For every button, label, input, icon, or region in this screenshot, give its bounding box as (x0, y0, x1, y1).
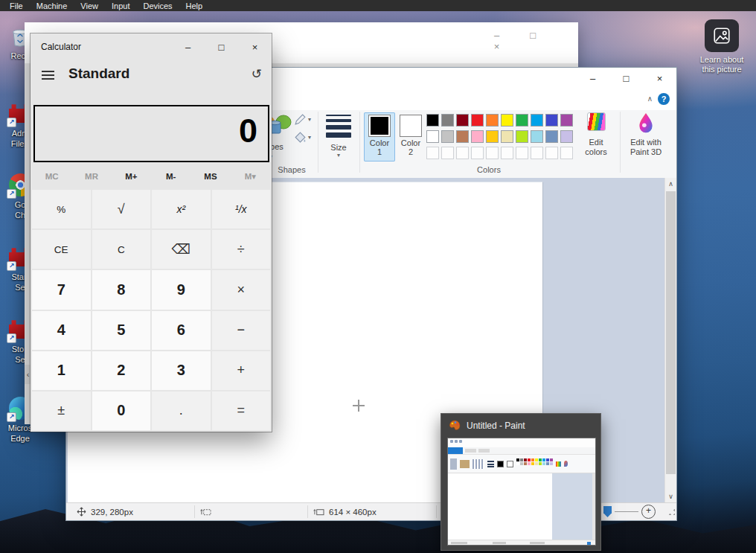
calc-button[interactable]: − (212, 311, 271, 350)
palette-swatch[interactable] (531, 147, 543, 159)
calc-button[interactable]: 1 (32, 351, 91, 390)
memory-button[interactable]: M▾ (231, 166, 270, 187)
taskbar-preview-popup[interactable]: Untitled - Paint (441, 413, 601, 551)
palette-swatch[interactable] (531, 114, 543, 127)
calc-button[interactable]: 5 (92, 311, 151, 350)
calc-button[interactable]: 9 (152, 270, 211, 309)
minimize-button[interactable]: – (171, 33, 205, 61)
calc-button[interactable]: 2 (92, 351, 151, 390)
scroll-down-icon[interactable]: ∨ (665, 490, 676, 503)
calc-button[interactable]: 3 (152, 351, 211, 390)
calc-button[interactable]: CE (32, 230, 91, 269)
scrollbar-thumb[interactable] (666, 191, 676, 474)
palette-swatch[interactable] (426, 147, 439, 159)
palette-swatch[interactable] (486, 147, 499, 159)
minimize-button[interactable]: – (480, 30, 513, 41)
palette-swatch[interactable] (426, 114, 439, 127)
collapse-ribbon-icon[interactable]: ∧ (647, 95, 653, 103)
maximize-button[interactable]: □ (516, 30, 550, 41)
edit-with-paint3d-button[interactable]: Edit withPaint 3D (623, 112, 669, 157)
calc-button[interactable]: . (152, 391, 211, 430)
close-button[interactable]: × (480, 41, 513, 52)
palette-swatch[interactable] (486, 130, 499, 143)
maximize-button[interactable]: □ (609, 68, 643, 90)
color2-button[interactable]: Color2 (395, 112, 426, 162)
calc-button[interactable]: 0 (92, 391, 151, 430)
selection-size-icon (200, 507, 211, 517)
calc-button[interactable]: ¹/x (212, 190, 271, 228)
zoom-slider-track[interactable] (615, 511, 638, 512)
fill-icon[interactable] (294, 131, 307, 144)
palette-swatch[interactable] (456, 147, 469, 159)
vm-menu-item[interactable]: Input (105, 1, 136, 10)
help-icon[interactable]: ? (658, 93, 670, 105)
palette-swatch[interactable] (501, 114, 513, 127)
palette-swatch[interactable] (516, 147, 528, 159)
vertical-scrollbar[interactable]: ∧ ∨ (664, 178, 676, 503)
memory-button[interactable]: MS (190, 166, 230, 187)
calc-button[interactable]: % (32, 190, 91, 228)
edit-colors-button[interactable]: Editcolors (578, 112, 614, 157)
palette-swatch[interactable] (545, 130, 558, 143)
memory-button[interactable]: M- (151, 166, 190, 187)
calc-button[interactable]: ⌫ (152, 230, 211, 269)
vm-menu-item[interactable]: Machine (30, 1, 74, 10)
vm-menu-item[interactable]: File (3, 1, 30, 10)
crosshair-cursor (353, 400, 365, 412)
palette-swatch[interactable] (471, 147, 484, 159)
memory-button[interactable]: M+ (112, 166, 151, 187)
chevron-down-icon: ▾ (308, 134, 311, 141)
calc-button[interactable]: × (212, 270, 271, 309)
zoom-in-button[interactable]: + (641, 505, 656, 519)
memory-button[interactable]: MR (71, 166, 111, 187)
palette-swatch[interactable] (486, 114, 499, 127)
palette-swatch[interactable] (545, 147, 558, 159)
maximize-button[interactable]: □ (205, 33, 238, 61)
resize-grip[interactable] (669, 509, 675, 515)
scroll-up-icon[interactable]: ∧ (665, 178, 676, 191)
palette-swatch[interactable] (501, 130, 513, 143)
outline-icon[interactable] (294, 113, 307, 126)
palette-swatch[interactable] (471, 114, 484, 127)
palette-swatch[interactable] (441, 130, 454, 143)
close-button[interactable]: × (643, 68, 676, 90)
palette-swatch[interactable] (441, 147, 454, 159)
palette-swatch[interactable] (441, 114, 454, 127)
calc-button[interactable]: = (212, 391, 271, 430)
calc-button[interactable]: C (92, 230, 151, 269)
palette-swatch[interactable] (456, 130, 469, 143)
palette-swatch[interactable] (560, 114, 573, 127)
palette-swatch[interactable] (560, 147, 573, 159)
calc-button[interactable]: 6 (152, 311, 211, 350)
palette-swatch[interactable] (426, 130, 439, 143)
close-button[interactable]: × (238, 33, 272, 61)
preview-thumbnail[interactable] (447, 438, 596, 546)
calc-button[interactable]: 8 (92, 270, 151, 309)
minimize-button[interactable]: – (576, 68, 609, 90)
palette-swatch[interactable] (545, 114, 558, 127)
calc-button[interactable]: ÷ (212, 230, 271, 269)
history-icon[interactable]: ↺ (252, 66, 262, 82)
calc-button[interactable]: + (212, 351, 271, 390)
calc-button[interactable]: √ (92, 190, 151, 228)
learn-about-picture[interactable]: Learn aboutthis picture (688, 19, 755, 74)
calc-button[interactable]: ± (32, 391, 91, 430)
vm-menu-item[interactable]: View (74, 1, 105, 10)
palette-swatch[interactable] (501, 147, 513, 159)
size-button[interactable]: Size ▾ (318, 112, 359, 176)
palette-swatch[interactable] (560, 130, 573, 143)
palette-swatch[interactable] (471, 130, 484, 143)
palette-swatch[interactable] (516, 114, 528, 127)
calc-button[interactable]: 7 (32, 270, 91, 309)
calc-button[interactable]: x² (152, 190, 211, 228)
menu-icon[interactable] (42, 71, 54, 80)
palette-swatch[interactable] (516, 130, 528, 143)
zoom-slider-thumb[interactable] (603, 506, 612, 517)
vm-menu-item[interactable]: Devices (136, 1, 179, 10)
memory-button[interactable]: MC (32, 166, 71, 187)
palette-swatch[interactable] (456, 114, 469, 127)
vm-menu-item[interactable]: Help (179, 1, 210, 10)
calc-button[interactable]: 4 (32, 311, 91, 350)
palette-swatch[interactable] (531, 130, 543, 143)
color1-button[interactable]: Color1 (364, 112, 395, 162)
